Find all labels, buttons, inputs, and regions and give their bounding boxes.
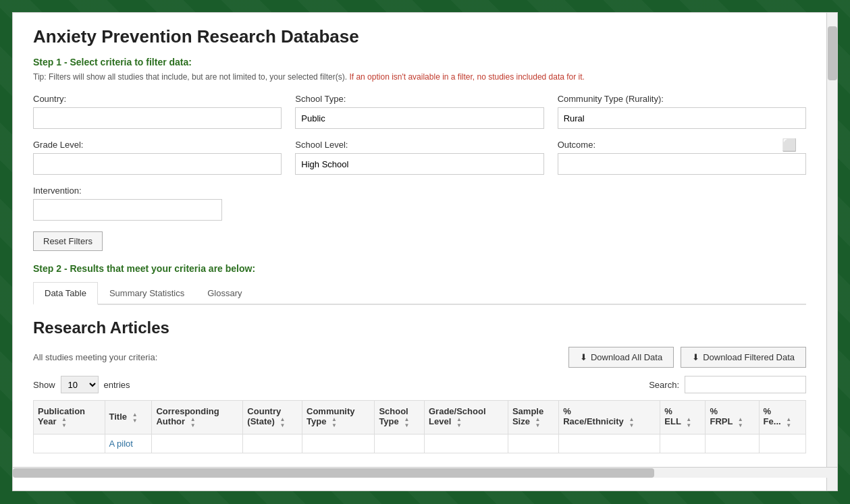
download-buttons: ⬇ Download All Data ⬇ Download Filtered … <box>568 347 806 368</box>
ell-sort[interactable]: ▲ ▼ <box>686 416 691 428</box>
title-link[interactable]: A pilot <box>109 439 133 449</box>
title-sort[interactable]: ▲ ▼ <box>132 412 138 424</box>
community-type-filter: Community Type (Rurality): <box>558 94 806 129</box>
download-all-label: Download All Data <box>591 352 662 362</box>
research-table: PublicationYear ▲ ▼ Title ▲ ▼ <box>33 400 806 453</box>
h-scrollbar-thumb[interactable] <box>13 468 654 478</box>
sort-up-icon: ▲ <box>786 416 791 422</box>
col-title-label: Title <box>109 412 128 422</box>
school-type-input[interactable] <box>295 107 543 129</box>
sort-up-icon: ▲ <box>404 416 409 422</box>
sort-up-icon: ▲ <box>456 416 462 422</box>
criteria-text: All studies meeting your criteria: <box>33 352 157 362</box>
sort-down-icon: ▼ <box>738 422 743 428</box>
race-sort[interactable]: ▲ ▼ <box>629 416 634 428</box>
cell-sample <box>508 435 558 453</box>
school-type-filter: School Type: <box>295 94 543 129</box>
school-type-sort[interactable]: ▲ ▼ <box>404 416 409 428</box>
sort-up-icon: ▲ <box>132 412 138 418</box>
sort-down-icon: ▼ <box>190 422 196 428</box>
sort-up-icon: ▲ <box>331 416 337 422</box>
download-all-button[interactable]: ⬇ Download All Data <box>568 347 674 368</box>
cell-race <box>559 435 660 453</box>
reset-filters-button[interactable]: Reset Filters <box>33 231 103 251</box>
outcome-input[interactable] <box>558 153 806 175</box>
show-entries: Show 10 25 50 100 entries <box>33 376 130 393</box>
tab-glossary[interactable]: Glossary <box>196 282 253 305</box>
page-title: Anxiety Prevention Research Database <box>33 26 806 47</box>
intervention-input[interactable] <box>33 199 222 221</box>
cell-ell <box>660 435 706 453</box>
sort-down-icon: ▼ <box>331 422 337 428</box>
sort-up-icon: ▲ <box>535 416 541 422</box>
scrollbar-thumb[interactable] <box>828 26 837 80</box>
cell-title[interactable]: A pilot <box>105 435 152 453</box>
sample-sort[interactable]: ▲ ▼ <box>535 416 541 428</box>
search-area: Search: <box>649 376 806 393</box>
table-controls: All studies meeting your criteria: ⬇ Dow… <box>33 347 806 368</box>
sort-down-icon: ▼ <box>629 422 634 428</box>
tip-normal: Tip: Filters will show all studies that … <box>33 72 347 82</box>
community-sort[interactable]: ▲ ▼ <box>331 416 337 428</box>
sort-down-icon: ▼ <box>686 422 691 428</box>
outcome-label: Outcome: <box>558 140 806 150</box>
fe-sort[interactable]: ▲ ▼ <box>786 416 791 428</box>
frpl-sort[interactable]: ▲ ▼ <box>738 416 743 428</box>
col-frpl-label: %FRPL <box>710 406 733 426</box>
grade-sort[interactable]: ▲ ▼ <box>456 416 462 428</box>
community-type-input[interactable] <box>558 107 806 129</box>
step2-label: Step 2 - Results that meet your criteria… <box>33 263 806 274</box>
download-filtered-label: Download Filtered Data <box>703 352 795 362</box>
table-row: A pilot <box>34 435 806 453</box>
country-input[interactable] <box>33 107 282 129</box>
cell-frpl <box>706 435 759 453</box>
entries-label: entries <box>104 380 130 390</box>
col-community-type: CommunityType ▲ ▼ <box>302 401 375 435</box>
col-school-type: SchoolType ▲ ▼ <box>375 401 425 435</box>
tip-highlight: If an option isn't available in a filter… <box>349 72 585 82</box>
intervention-filter: Intervention: <box>33 186 222 221</box>
search-input[interactable] <box>685 376 806 393</box>
filter-row-3: Intervention: <box>33 186 806 221</box>
sort-down-icon: ▼ <box>132 418 138 424</box>
cell-school-type <box>375 435 425 453</box>
col-ell-label: %ELL <box>664 406 681 426</box>
download-filtered-button[interactable]: ⬇ Download Filtered Data <box>681 347 806 368</box>
tab-summary-statistics[interactable]: Summary Statistics <box>98 282 196 305</box>
vertical-scrollbar[interactable] <box>826 13 837 491</box>
cell-community <box>302 435 375 453</box>
sort-up-icon: ▲ <box>61 416 67 422</box>
col-fe-label: %Fe... <box>764 406 781 426</box>
country-sort[interactable]: ▲ ▼ <box>280 416 285 428</box>
tab-data-table[interactable]: Data Table <box>33 282 98 305</box>
community-type-label: Community Type (Rurality): <box>558 94 806 104</box>
outcome-filter: Outcome: <box>558 140 806 175</box>
sort-down-icon: ▼ <box>61 422 67 428</box>
col-country-state: Country(State) ▲ ▼ <box>243 401 302 435</box>
school-level-label: School Level: <box>295 140 543 150</box>
author-sort[interactable]: ▲ ▼ <box>190 416 196 428</box>
pub-year-sort[interactable]: ▲ ▼ <box>61 416 67 428</box>
col-sample-size: SampleSize ▲ ▼ <box>508 401 558 435</box>
step1-label: Step 1 - Select criteria to filter data: <box>33 57 806 67</box>
school-level-filter: School Level: <box>295 140 543 175</box>
controls-row: Show 10 25 50 100 entries Search: <box>33 376 806 393</box>
download-filtered-icon: ⬇ <box>692 352 699 362</box>
table-container: PublicationYear ▲ ▼ Title ▲ ▼ <box>33 400 806 453</box>
download-all-icon: ⬇ <box>580 352 587 362</box>
school-level-input[interactable] <box>295 153 543 175</box>
grade-level-input[interactable] <box>33 153 282 175</box>
horizontal-scrollbar[interactable] <box>13 467 837 478</box>
col-country-state-label: Country(State) <box>247 406 281 426</box>
col-pub-year: PublicationYear ▲ ▼ <box>34 401 105 435</box>
sort-down-icon: ▼ <box>786 422 791 428</box>
intervention-label: Intervention: <box>33 186 222 196</box>
sort-down-icon: ▼ <box>535 422 541 428</box>
cell-author <box>152 435 243 453</box>
tabs-container: Data Table Summary Statistics Glossary <box>33 282 806 305</box>
school-type-label: School Type: <box>295 94 543 104</box>
country-filter: Country: <box>33 94 282 129</box>
entries-select[interactable]: 10 25 50 100 <box>61 376 99 393</box>
col-ell: %ELL ▲ ▼ <box>660 401 706 435</box>
tip-text: Tip: Filters will show all studies that … <box>33 71 806 83</box>
